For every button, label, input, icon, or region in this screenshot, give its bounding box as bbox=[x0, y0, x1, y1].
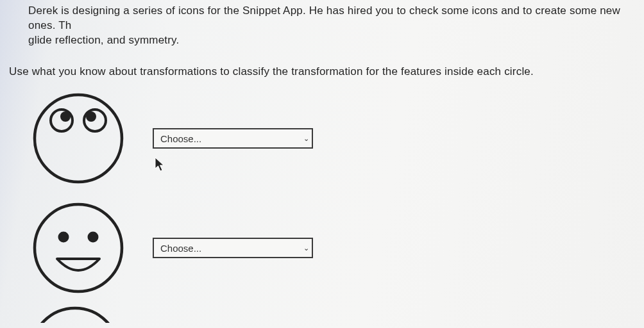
svg-point-4 bbox=[86, 111, 96, 122]
intro-line-1: Derek is designing a series of icons for… bbox=[28, 4, 644, 33]
svg-point-0 bbox=[35, 95, 122, 182]
intro-line-2: glide reflection, and symmetry. bbox=[28, 33, 644, 48]
svg-point-2 bbox=[60, 111, 71, 122]
svg-point-6 bbox=[58, 232, 69, 243]
transformation-select-2[interactable]: Choose... bbox=[153, 238, 313, 258]
question-row: Choose... ⌄ bbox=[27, 86, 644, 192]
svg-point-5 bbox=[35, 204, 122, 291]
face-smile-icon bbox=[27, 197, 130, 299]
svg-point-3 bbox=[84, 110, 106, 131]
partial-circle-icon bbox=[27, 304, 644, 325]
transformation-select-1[interactable]: Choose... bbox=[153, 128, 313, 149]
question-list: Choose... ⌄ Choose... ⌄ bbox=[6, 86, 644, 301]
instruction-text: Use what you know about transformations … bbox=[9, 65, 644, 79]
transformation-select-2-wrap: Choose... ⌄ bbox=[153, 238, 313, 258]
transformation-select-1-wrap: Choose... ⌄ bbox=[153, 128, 313, 149]
svg-point-8 bbox=[31, 308, 119, 323]
svg-point-7 bbox=[88, 232, 99, 243]
svg-point-1 bbox=[51, 110, 72, 131]
face-eyes-up-icon bbox=[27, 87, 130, 190]
question-row: Choose... ⌄ bbox=[27, 195, 644, 301]
